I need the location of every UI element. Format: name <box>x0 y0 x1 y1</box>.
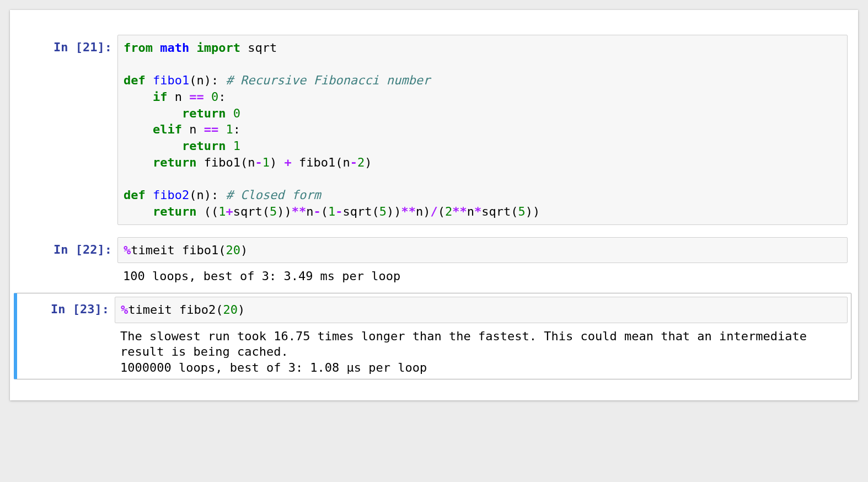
input-prompt: In [23]: <box>17 297 115 376</box>
notebook-panel: In [21]:from math import sqrt def fibo1(… <box>10 10 858 400</box>
code-cell[interactable]: In [23]:%timeit fibo2(20)The slowest run… <box>14 293 851 379</box>
cell-body: %timeit fibo2(20)The slowest run took 16… <box>115 297 848 376</box>
code-input[interactable]: %timeit fibo2(20) <box>115 297 848 323</box>
input-prompt: In [21]: <box>17 35 117 225</box>
cell-body: %timeit fibo1(20)100 loops, best of 3: 3… <box>117 237 848 285</box>
code-input[interactable]: %timeit fibo1(20) <box>117 237 848 264</box>
code-cell[interactable]: In [21]:from math import sqrt def fibo1(… <box>17 31 851 229</box>
page-background: In [21]:from math import sqrt def fibo1(… <box>0 0 868 482</box>
cell-body: from math import sqrt def fibo1(n): # Re… <box>117 35 848 225</box>
code-input[interactable]: from math import sqrt def fibo1(n): # Re… <box>117 35 848 225</box>
code-cell[interactable]: In [22]:%timeit fibo1(20)100 loops, best… <box>17 233 851 288</box>
cell-output: 100 loops, best of 3: 3.49 ms per loop <box>117 263 848 285</box>
input-prompt: In [22]: <box>17 237 117 285</box>
cell-output: The slowest run took 16.75 times longer … <box>115 323 848 376</box>
